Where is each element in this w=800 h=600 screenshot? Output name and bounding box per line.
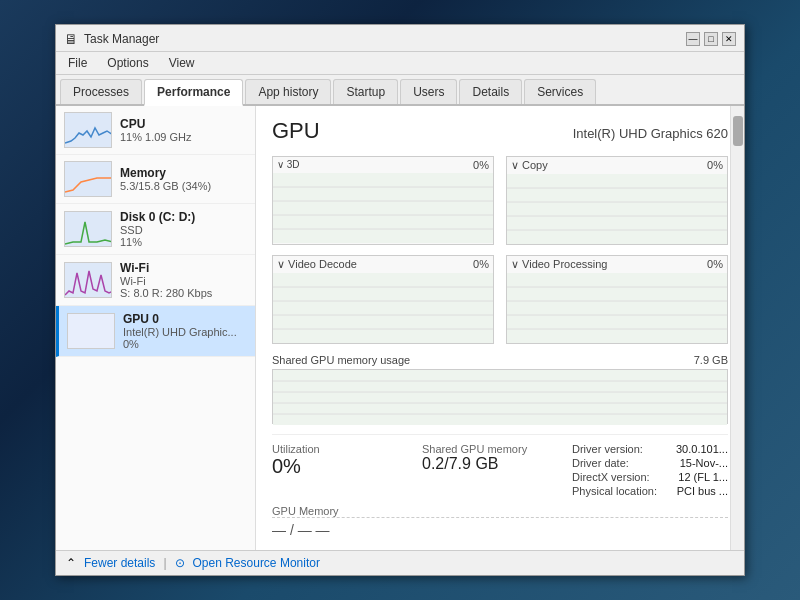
gpu-header: GPU Intel(R) UHD Graphics 620 bbox=[272, 118, 728, 144]
svg-rect-25 bbox=[273, 370, 727, 425]
title-bar-left: 🖥 Task Manager bbox=[64, 31, 159, 47]
cpu-sub: 11% 1.09 GHz bbox=[120, 131, 247, 143]
graph-3d-canvas bbox=[273, 173, 493, 243]
directx-label: DirectX version: bbox=[572, 471, 650, 483]
wifi-info: Wi-Fi Wi-Fi S: 8.0 R: 280 Kbps bbox=[120, 261, 247, 299]
menu-bar: File Options View bbox=[56, 52, 744, 75]
chevron-copy-icon: ∨ Copy bbox=[511, 159, 548, 172]
disk-thumbnail bbox=[64, 211, 112, 247]
graph-3d-label: ∨ 3D 0% bbox=[273, 157, 493, 173]
tab-details[interactable]: Details bbox=[459, 79, 522, 104]
fewer-details-link[interactable]: Fewer details bbox=[84, 556, 155, 570]
graph-3d-pct: 0% bbox=[473, 159, 489, 171]
driver-date-value: 15-Nov-... bbox=[680, 457, 728, 469]
disk-title: Disk 0 (C: D:) bbox=[120, 210, 247, 224]
wifi-title: Wi-Fi bbox=[120, 261, 247, 275]
tab-processes[interactable]: Processes bbox=[60, 79, 142, 104]
graph-copy-pct: 0% bbox=[707, 159, 723, 172]
stats-row: Utilization 0% Shared GPU memory 0.2/7.9… bbox=[272, 434, 728, 499]
wifi-thumbnail bbox=[64, 262, 112, 298]
sidebar-item-memory[interactable]: Memory 5.3/15.8 GB (34%) bbox=[56, 155, 255, 204]
restore-button[interactable]: □ bbox=[704, 32, 718, 46]
app-icon: 🖥 bbox=[64, 31, 78, 47]
shared-label-row: Shared GPU memory usage 7.9 GB bbox=[272, 354, 728, 366]
tab-services[interactable]: Services bbox=[524, 79, 596, 104]
chevron-3d-icon: ∨ 3D bbox=[277, 159, 300, 171]
shared-label-text: Shared GPU memory usage bbox=[272, 354, 410, 366]
driver-version-row: Driver version: 30.0.101... bbox=[572, 443, 728, 455]
graph-3d: ∨ 3D 0% bbox=[272, 156, 494, 245]
shared-memory-section: Shared GPU memory usage 7.9 GB bbox=[272, 354, 728, 424]
graph-vp-label: ∨ Video Processing 0% bbox=[507, 256, 727, 273]
resource-monitor-icon: ⊙ bbox=[175, 556, 185, 570]
footer-divider: | bbox=[163, 556, 166, 570]
svg-rect-4 bbox=[68, 314, 115, 349]
driver-version-value: 30.0.101... bbox=[676, 443, 728, 455]
menu-options[interactable]: Options bbox=[103, 54, 152, 72]
graphs-row-bottom: ∨ Video Decode 0% bbox=[272, 255, 728, 344]
physical-location-label: Physical location: bbox=[572, 485, 657, 497]
utilization-block: Utilization 0% bbox=[272, 443, 402, 499]
wifi-sub2: S: 8.0 R: 280 Kbps bbox=[120, 287, 247, 299]
memory-sub: 5.3/15.8 GB (34%) bbox=[120, 180, 247, 192]
graph-copy: ∨ Copy 0% bbox=[506, 156, 728, 245]
cpu-thumbnail bbox=[64, 112, 112, 148]
main-content: CPU 11% 1.09 GHz Memory 5.3/15.8 GB (34%… bbox=[56, 106, 744, 550]
tab-apphistory[interactable]: App history bbox=[245, 79, 331, 104]
graph-vp-canvas bbox=[507, 273, 727, 343]
gpu-name-label: Intel(R) UHD Graphics 620 bbox=[573, 126, 728, 141]
cpu-info: CPU 11% 1.09 GHz bbox=[120, 117, 247, 143]
svg-rect-0 bbox=[65, 113, 112, 148]
directx-row: DirectX version: 12 (FL 1... bbox=[572, 471, 728, 483]
svg-rect-5 bbox=[273, 173, 493, 243]
menu-view[interactable]: View bbox=[165, 54, 199, 72]
title-controls: — □ ✕ bbox=[686, 32, 736, 46]
disk-sub1: SSD bbox=[120, 224, 247, 236]
graph-vd-canvas bbox=[273, 273, 493, 343]
driver-date-row: Driver date: 15-Nov-... bbox=[572, 457, 728, 469]
gpu-sidebar-sub1: Intel(R) UHD Graphic... bbox=[123, 326, 247, 338]
scrollbar[interactable] bbox=[730, 106, 744, 550]
chevron-vp-icon: ∨ Video Processing bbox=[511, 258, 607, 271]
graph-vd-pct: 0% bbox=[473, 258, 489, 271]
graph-video-processing: ∨ Video Processing 0% bbox=[506, 255, 728, 344]
tab-startup[interactable]: Startup bbox=[333, 79, 398, 104]
shared-gpu-memory-block: Shared GPU memory 0.2/7.9 GB bbox=[422, 443, 552, 499]
chevron-vd-icon: ∨ Video Decode bbox=[277, 258, 357, 271]
gpu-memory-section: GPU Memory — / — — bbox=[272, 505, 728, 538]
graph-video-decode: ∨ Video Decode 0% bbox=[272, 255, 494, 344]
physical-location-row: Physical location: PCI bus ... bbox=[572, 485, 728, 497]
sidebar: CPU 11% 1.09 GHz Memory 5.3/15.8 GB (34%… bbox=[56, 106, 256, 550]
performance-panel: GPU Intel(R) UHD Graphics 620 ∨ 3D 0% bbox=[256, 106, 744, 550]
shared-gpu-value: 0.2/7.9 GB bbox=[422, 455, 552, 473]
wifi-sub1: Wi-Fi bbox=[120, 275, 247, 287]
memory-info: Memory 5.3/15.8 GB (34%) bbox=[120, 166, 247, 192]
utilization-value: 0% bbox=[272, 455, 402, 478]
shared-gpu-label: Shared GPU memory bbox=[422, 443, 552, 455]
memory-thumbnail bbox=[64, 161, 112, 197]
tab-users[interactable]: Users bbox=[400, 79, 457, 104]
svg-rect-10 bbox=[507, 174, 727, 244]
driver-info-block: Driver version: 30.0.101... Driver date:… bbox=[572, 443, 728, 499]
sidebar-item-gpu[interactable]: GPU 0 Intel(R) UHD Graphic... 0% bbox=[56, 306, 255, 357]
gpu-info: GPU 0 Intel(R) UHD Graphic... 0% bbox=[123, 312, 247, 350]
sidebar-item-wifi[interactable]: Wi-Fi Wi-Fi S: 8.0 R: 280 Kbps bbox=[56, 255, 255, 306]
menu-file[interactable]: File bbox=[64, 54, 91, 72]
footer: ⌃ Fewer details | ⊙ Open Resource Monito… bbox=[56, 550, 744, 575]
open-resource-monitor-link[interactable]: Open Resource Monitor bbox=[193, 556, 320, 570]
scroll-thumb[interactable] bbox=[733, 116, 743, 146]
tab-bar: Processes Performance App history Startu… bbox=[56, 75, 744, 106]
cpu-title: CPU bbox=[120, 117, 247, 131]
sidebar-item-cpu[interactable]: CPU 11% 1.09 GHz bbox=[56, 106, 255, 155]
close-button[interactable]: ✕ bbox=[722, 32, 736, 46]
sidebar-item-disk[interactable]: Disk 0 (C: D:) SSD 11% bbox=[56, 204, 255, 255]
graph-vd-label: ∨ Video Decode 0% bbox=[273, 256, 493, 273]
window-title: Task Manager bbox=[84, 32, 159, 46]
directx-value: 12 (FL 1... bbox=[678, 471, 728, 483]
minimize-button[interactable]: — bbox=[686, 32, 700, 46]
tab-performance[interactable]: Performance bbox=[144, 79, 243, 106]
driver-date-label: Driver date: bbox=[572, 457, 629, 469]
fewer-details-label: Fewer details bbox=[84, 556, 155, 570]
gpu-sidebar-sub2: 0% bbox=[123, 338, 247, 350]
memory-title: Memory bbox=[120, 166, 247, 180]
